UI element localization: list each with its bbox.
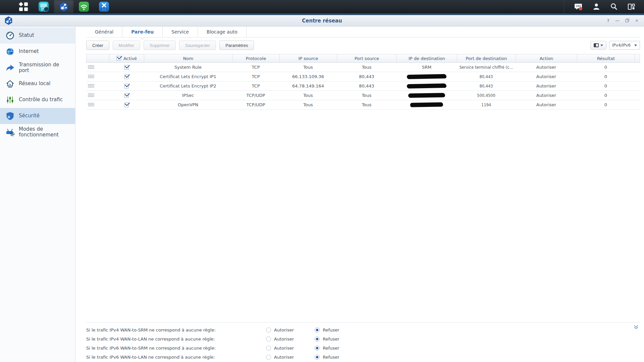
creer-button[interactable]: Créer (86, 41, 109, 50)
sidebar-item-modes-de-fonctionnement[interactable]: Modes de fonctionnement (0, 124, 75, 140)
rule-enabled-checkbox[interactable] (124, 103, 129, 107)
header-resultat[interactable]: Résultat (577, 54, 635, 62)
ip-version-select[interactable]: IPv4/IPv6 (609, 41, 640, 50)
toolbar: Créer Modifier Supprimer Sauvegarder Par… (86, 41, 640, 50)
header-ip-source[interactable]: IP source (280, 54, 337, 62)
shield-icon (6, 112, 14, 120)
header-action[interactable]: Action (516, 54, 577, 62)
network-center-taskbar-button[interactable] (54, 0, 74, 13)
sidebar-item-reseau-local[interactable]: Réseau local (0, 76, 75, 92)
drag-handle-icon[interactable] (88, 65, 94, 69)
drag-handle-icon[interactable] (88, 94, 94, 97)
cell-action: Autoriser (516, 100, 577, 109)
window-titlebar[interactable]: Centre réseau ? — ✕ (0, 15, 644, 26)
search-button[interactable] (610, 3, 618, 11)
ip-version-value: IPv4/IPv6 (612, 43, 631, 48)
refuser-radio-label: Refuser (323, 355, 339, 360)
supprimer-button[interactable]: Supprimer (144, 41, 176, 50)
autoriser-radio[interactable] (266, 346, 271, 351)
header-protocole[interactable]: Protocole (232, 54, 280, 62)
rule-enabled-checkbox[interactable] (124, 74, 129, 79)
sidebar-item-label: Modes de fonctionnement (19, 126, 66, 138)
tab-pare-feu[interactable]: Pare-feu (122, 26, 163, 37)
autoriser-radio[interactable] (266, 355, 271, 360)
notifications-button[interactable] (574, 2, 583, 11)
header-nom[interactable]: Nom (144, 54, 232, 62)
refuser-radio-group[interactable]: Refuser (315, 355, 339, 360)
close-icon[interactable]: ✕ (635, 18, 639, 23)
refuser-radio[interactable] (315, 346, 320, 351)
drag-handle-icon[interactable] (88, 84, 94, 88)
autoriser-radio-group[interactable]: Autoriser (266, 355, 294, 360)
tab-blocage-auto[interactable]: Blocage auto (198, 26, 247, 37)
cell-ip-destination (396, 81, 457, 90)
home-network-icon (6, 79, 14, 88)
refuser-radio-label: Refuser (323, 327, 339, 333)
drag-handle-icon[interactable] (88, 75, 94, 78)
sidebar-item-securite[interactable]: Sécurité (0, 108, 75, 124)
header-active[interactable]: Activé (109, 54, 144, 62)
autoriser-radio-group[interactable]: Autoriser (266, 327, 294, 333)
refuser-radio[interactable] (315, 355, 320, 360)
modifier-button[interactable]: Modifier (113, 41, 140, 50)
table-row[interactable]: OpenVPN TCP/UDP Tous Tous 1194 Autoriser… (86, 100, 640, 110)
double-chevron-down-icon[interactable] (634, 324, 639, 331)
rule-enabled-checkbox[interactable] (124, 84, 129, 88)
sidebar-item-statut[interactable]: Statut (0, 27, 75, 44)
autoriser-radio-label: Autoriser (274, 327, 294, 333)
parametres-button[interactable]: Paramètres (219, 41, 254, 50)
user-button[interactable] (592, 3, 600, 11)
sidebar-item-transmission-de-port[interactable]: Transmission de port (0, 60, 75, 76)
user-icon (592, 3, 600, 11)
redacted-value (408, 93, 445, 98)
globe-icon (6, 47, 14, 56)
column-layout-icon (594, 43, 599, 47)
operation-modes-icon (6, 128, 14, 136)
restore-icon[interactable] (625, 18, 629, 23)
network-tools-button[interactable] (94, 0, 114, 13)
header-ip-destination[interactable]: IP de destination (397, 54, 457, 62)
minimize-icon[interactable]: — (615, 18, 620, 23)
sidebar-item-internet[interactable]: Internet (0, 44, 75, 60)
tab-service[interactable]: Service (163, 26, 198, 37)
cell-action: Autoriser (516, 91, 577, 100)
cell-port-destination: 80,443 (457, 81, 516, 90)
window-controls: ? — ✕ (607, 15, 639, 26)
refuser-radio[interactable] (315, 337, 320, 342)
firewall-rules-table: Activé Nom Protocole IP source Port sour… (86, 54, 640, 110)
table-row[interactable]: Certificat Lets Encrypt IP2 TCP 64.78.14… (86, 81, 640, 91)
table-row[interactable]: Certificat Lets Encrypt IP1 TCP 66.133.1… (86, 72, 640, 81)
wifi-button[interactable] (74, 0, 94, 13)
drag-handle-icon[interactable] (88, 103, 94, 107)
autoriser-radio[interactable] (266, 327, 271, 333)
refuser-radio-group[interactable]: Refuser (315, 346, 339, 351)
redacted-value (407, 83, 446, 88)
autoriser-radio[interactable] (266, 337, 271, 342)
autoriser-radio-group[interactable]: Autoriser (266, 346, 294, 351)
taskbar-right (564, 0, 644, 13)
help-icon[interactable]: ? (607, 18, 610, 23)
rule-enabled-checkbox[interactable] (124, 93, 129, 98)
refuser-radio-label: Refuser (323, 337, 339, 342)
cell-protocole: TCP/UDP (232, 100, 279, 109)
sauvegarder-button[interactable]: Sauvegarder (179, 41, 216, 50)
devices-button[interactable] (34, 0, 54, 13)
table-row[interactable]: System Rule TCP Tous Tous SRM Service te… (86, 63, 640, 72)
widgets-button[interactable] (627, 3, 635, 11)
autoriser-radio-group[interactable]: Autoriser (266, 337, 294, 342)
header-port-destination[interactable]: Port de destination (457, 54, 516, 62)
sidebar-item-controle-du-trafic[interactable]: Contrôle du trafic (0, 92, 75, 108)
cell-resultat: 0 (577, 91, 635, 100)
refuser-radio[interactable] (315, 327, 320, 333)
header-port-source[interactable]: Port source (337, 54, 397, 62)
main-menu-button[interactable] (13, 0, 34, 13)
tab-general[interactable]: Général (86, 26, 122, 37)
table-row[interactable]: IPSec TCP/UDP Tous Tous 500,4500 Autoris… (86, 91, 640, 100)
select-all-checkbox[interactable] (116, 56, 121, 61)
refuser-radio-group[interactable]: Refuser (315, 327, 339, 333)
rule-enabled-checkbox[interactable] (124, 65, 129, 70)
policy-label: Si le trafic IPv6 WAN-to-LAN ne correspo… (86, 355, 266, 360)
refuser-radio-group[interactable]: Refuser (315, 337, 339, 342)
column-chooser-button[interactable] (590, 41, 606, 50)
cell-resultat: 0 (577, 72, 635, 81)
